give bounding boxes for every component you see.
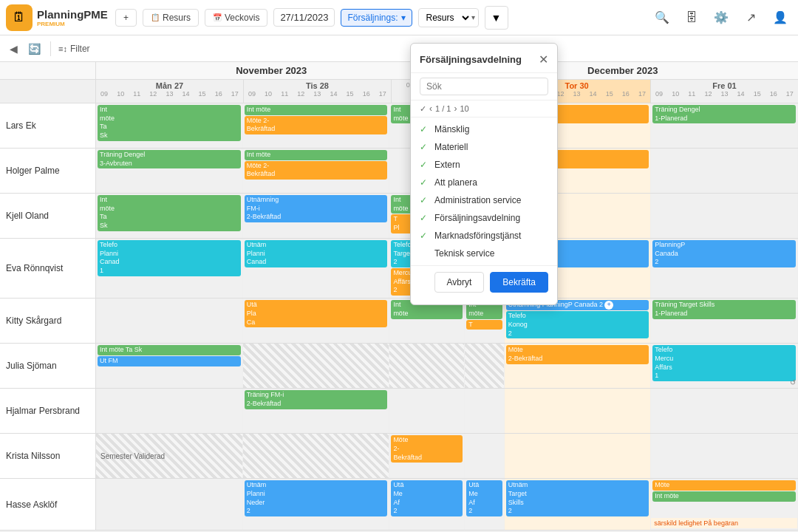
popup-cancel-button[interactable]: Avbryt xyxy=(434,272,485,293)
resurs-select[interactable]: Resurs xyxy=(419,9,471,27)
popup-next-button[interactable]: › xyxy=(454,103,457,114)
resurs-dropdown-group[interactable]: Resurs ▾ xyxy=(418,8,479,27)
list-item[interactable]: Int möte xyxy=(652,491,796,502)
table-row: Lars Ek IntmöteTaSk Int möte Möte 2-Bekr… xyxy=(0,103,798,149)
list-item[interactable]: IntmöteTaSk xyxy=(98,195,241,231)
calendar-container: November 2023 December 2023 Mån 27 09101… xyxy=(0,62,798,532)
day-cell: UtnämPlanniCanad xyxy=(243,239,390,298)
day-cell xyxy=(243,434,390,478)
list-item[interactable]: TelefoMercuAffärs1 xyxy=(652,345,796,381)
list-item[interactable]: UtnämningFM-i2-Bekräftad xyxy=(245,195,388,222)
table-row: Hjalmar Persbrand Träning FM-i2-Bekräfta… xyxy=(0,389,798,434)
table-row: Kjell Oland IntmöteTaSk UtnämningFM-i2-B… xyxy=(0,194,798,239)
list-item[interactable]: Ut FM xyxy=(98,356,241,366)
list-item[interactable]: UtnämPlanniNeder2 xyxy=(245,480,388,516)
veckovis-button[interactable]: 📅 Veckovis xyxy=(205,9,267,27)
day-cell: UtäMeAf2 xyxy=(389,479,465,530)
list-item[interactable]: PlanningPCanada2 xyxy=(652,240,796,267)
day-cell: Träning Dengel1-Planerad xyxy=(651,103,798,148)
day-cell xyxy=(505,389,652,433)
list-item[interactable]: UtäMeAf2 xyxy=(466,480,502,516)
list-item[interactable]: Träning Dengel3-Avbruten xyxy=(98,150,241,168)
popup-item-adminservice[interactable]: ✓ Administration service xyxy=(411,191,557,209)
list-item[interactable]: Int möte xyxy=(245,105,388,115)
day-cell: UtäPlaCa xyxy=(243,299,390,343)
popup-search-area xyxy=(411,73,557,100)
check-icon: ✓ xyxy=(420,177,430,188)
settings-icon-button[interactable]: ⚙️ xyxy=(709,6,733,30)
day-cell: Möte2-Bekräftad xyxy=(505,344,652,388)
resurs-button[interactable]: 📋 Resurs xyxy=(143,9,199,27)
logo-text: PlanningPME PREMIUM xyxy=(37,8,108,27)
list-item[interactable]: Möte2-Bekräftad xyxy=(391,435,463,463)
popup-search-input[interactable] xyxy=(420,78,548,95)
day-cell: Int möte Ta Sk Ut FM xyxy=(96,344,243,388)
popup-item-marknad[interactable]: ✓ Marknadsföringstjänst xyxy=(411,227,557,245)
day-cell: PlanningPCanada2 xyxy=(651,239,798,298)
day-cell xyxy=(96,479,243,530)
user-icon-button[interactable]: 👤 xyxy=(768,6,792,30)
date-display: 27/11/2023 xyxy=(273,8,335,27)
share-icon-button[interactable]: ↗ xyxy=(739,6,763,30)
popup-close-button[interactable]: ✕ xyxy=(539,52,548,66)
day-cell: TelefoPlanniCanad1 xyxy=(96,239,243,298)
table-row: Krista Nilsson Semester Validerad Möte2-… xyxy=(0,434,798,479)
popup-item-mansklig[interactable]: ✓ Mänsklig xyxy=(411,120,557,138)
refresh-button[interactable]: 🔄 xyxy=(25,40,43,58)
check-icon: ✓ xyxy=(420,231,430,241)
day-cell xyxy=(651,194,798,238)
popup-item-forsaljning[interactable]: ✓ Försäljningsavdelning xyxy=(411,209,557,227)
list-item[interactable]: TelefoPlanniCanad1 xyxy=(98,240,241,276)
day-headers-row: Mån 27 091011121314151617 Tis 28 0910111… xyxy=(0,80,798,103)
stack-icon-button[interactable]: 🗄 xyxy=(680,6,703,30)
list-item[interactable]: IntmöteTaSk xyxy=(98,105,241,141)
filter-button[interactable]: ▼ xyxy=(485,6,508,30)
popup-item-label: Administration service xyxy=(434,195,521,205)
person-name: Kitty Skårgard xyxy=(0,299,96,343)
day-cell xyxy=(389,389,465,433)
logo-area: 🗓 PlanningPME PREMIUM xyxy=(6,4,109,31)
list-item[interactable]: T xyxy=(466,320,502,330)
popup-item-label: Teknisk service xyxy=(434,248,494,259)
popup-item-label: Försäljningsavdelning xyxy=(434,213,520,223)
list-item[interactable]: Möte2-Bekräftad xyxy=(506,345,649,364)
day-header-27: Mån 27 091011121314151617 xyxy=(96,80,244,103)
popup-prev-button[interactable]: ‹ xyxy=(429,103,432,114)
person-name: Holger Palme xyxy=(0,149,96,193)
popup-item-label: Mänsklig xyxy=(434,124,469,134)
list-item[interactable]: Möte xyxy=(652,480,796,491)
person-days: UtnämPlanniNeder2 UtäMeAf2 UtäMeAf2 Utnä… xyxy=(96,479,798,530)
month-headers: November 2023 December 2023 xyxy=(0,62,798,80)
list-item[interactable]: Träning FM-i2-Bekräftad xyxy=(245,390,388,409)
popup-item-materiell[interactable]: ✓ Materiell xyxy=(411,138,557,156)
list-item[interactable]: UtäPlaCa xyxy=(245,300,388,327)
popup-footer: Avbryt Bekräfta xyxy=(411,265,557,299)
bottom-label: särskild ledighet På begäran xyxy=(651,518,797,528)
forsaljnings-dropdown-button[interactable]: Försäljnings: ▾ xyxy=(341,9,412,27)
add-button[interactable]: + xyxy=(115,9,137,27)
popup-item-attplanera[interactable]: ✓ Att planera xyxy=(411,174,557,191)
list-item[interactable]: UtnämTargetSkills2 xyxy=(506,480,649,516)
day-cell: IntmöteTaSk xyxy=(96,103,243,148)
list-item[interactable]: Int möte xyxy=(245,150,388,160)
logo-icon: 🗓 xyxy=(6,4,33,31)
list-item[interactable]: UtnämPlanniCanad xyxy=(245,240,388,267)
popup-confirm-button[interactable]: Bekräfta xyxy=(490,272,548,293)
popup-item-extern[interactable]: ✓ Extern xyxy=(411,156,557,174)
list-item[interactable]: Träning Target Skills1-Planerad xyxy=(652,300,796,318)
day-header-01: Fre 01 091011121314151617 xyxy=(651,80,798,103)
day-cell xyxy=(465,344,504,388)
day-cell: TelefoMercuAffärs1 ↺ xyxy=(651,344,798,388)
check-icon: ✓ xyxy=(420,160,430,170)
popup-item-teknisk[interactable]: Teknisk service xyxy=(411,245,557,262)
list-item[interactable]: Möte 2-Bekräftad xyxy=(245,161,388,180)
prev-arrow[interactable]: ◀ xyxy=(6,41,21,56)
list-item[interactable]: Int möte Ta Sk xyxy=(98,345,241,355)
list-item[interactable]: TelefoKonog2 xyxy=(506,311,649,338)
list-item[interactable]: Träning Dengel1-Planerad xyxy=(652,105,796,123)
toolbar-separator xyxy=(50,41,51,56)
list-item[interactable]: Möte 2-Bekräftad xyxy=(245,116,388,134)
check-icon: ✓ xyxy=(420,195,430,205)
list-item[interactable]: UtäMeAf2 xyxy=(391,480,463,516)
search-icon-button[interactable]: 🔍 xyxy=(650,6,674,30)
